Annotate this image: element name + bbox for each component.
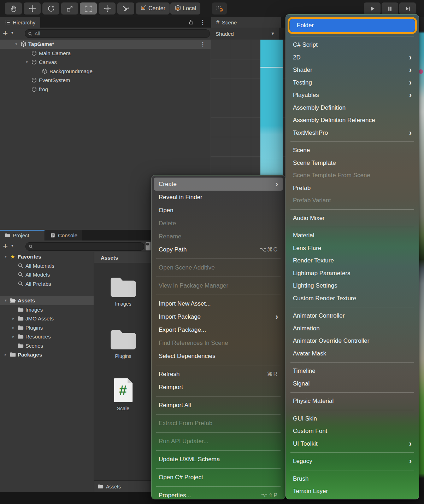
move-tool-button[interactable]: [24, 2, 41, 15]
menu-item-material[interactable]: Material: [286, 230, 419, 242]
tree-item-images[interactable]: Images: [0, 305, 94, 314]
menu-item-render-texture[interactable]: Render Texture: [286, 255, 419, 267]
menu-item-custom-font[interactable]: Custom Font: [286, 425, 419, 438]
tab-hierarchy[interactable]: Hierarchy: [0, 17, 40, 28]
tree-item-all-prefabs[interactable]: All Prefabs: [0, 279, 94, 289]
menu-item-testing[interactable]: Testing›: [286, 76, 419, 89]
menu-item-properties[interactable]: Properties...⌥⇧P: [152, 489, 285, 502]
menu-item-lightmap-parameters[interactable]: Lightmap Parameters: [286, 267, 419, 280]
tree-item-all-materials[interactable]: All Materials: [0, 261, 94, 271]
rect-tool-button[interactable]: [80, 2, 97, 15]
transform-tool-button[interactable]: [99, 2, 116, 15]
menu-item-import-new-asset[interactable]: Import New Asset...: [152, 297, 285, 310]
menu-item-avatar-mask[interactable]: Avatar Mask: [286, 347, 419, 360]
menu-item-animator-controller[interactable]: Animator Controller: [286, 310, 419, 323]
project-search-input[interactable]: [35, 243, 141, 250]
menu-item-copy-path[interactable]: Copy Path⌥⌘C: [152, 243, 285, 256]
menu-item-create[interactable]: Create›: [154, 178, 283, 191]
menu-item-select-dependencies[interactable]: Select Dependencies: [152, 349, 285, 363]
hierarchy-more-options-button[interactable]: ⋮: [200, 19, 206, 26]
project-add-caret-icon[interactable]: ▾: [11, 243, 13, 248]
menu-item-prefab[interactable]: Prefab: [286, 182, 419, 195]
menu-item-textmeshpro[interactable]: TextMeshPro›: [286, 127, 419, 139]
item-more-options-button[interactable]: ⋮: [200, 41, 211, 47]
hierarchy-add-caret-icon[interactable]: ▾: [11, 30, 13, 35]
menu-item-reimport[interactable]: Reimport: [152, 381, 285, 394]
project-add-button[interactable]: +: [3, 241, 8, 251]
menu-item-animation[interactable]: Animation: [286, 322, 419, 335]
menu-item-assembly-definition-reference[interactable]: Assembly Definition Reference: [286, 114, 419, 127]
menu-item-ui-toolkit[interactable]: UI Toolkit›: [286, 438, 419, 450]
pivot-center-button[interactable]: Center: [136, 2, 170, 15]
menu-item-playables[interactable]: Playables›: [286, 89, 419, 102]
menu-item-c-script[interactable]: C# Script: [286, 39, 419, 52]
menu-item-scene-template[interactable]: Scene Template: [286, 157, 419, 169]
tree-item-tapgame[interactable]: ▾TapGame*⋮: [0, 40, 211, 49]
tree-item-main-camera[interactable]: Main Camera: [0, 49, 211, 58]
hand-tool-button[interactable]: [5, 2, 22, 15]
menu-item-export-package[interactable]: Export Package...: [152, 323, 285, 336]
tree-item-all-models[interactable]: All Models: [0, 270, 94, 279]
chevron-right-icon[interactable]: ▸: [10, 334, 17, 339]
menu-item-gui-skin[interactable]: GUI Skin: [286, 412, 419, 425]
chevron-right-icon[interactable]: ▸: [10, 316, 17, 321]
custom-tools-button[interactable]: [117, 2, 134, 15]
menu-item-signal[interactable]: Signal: [286, 377, 419, 390]
chevron-down-icon[interactable]: ▾: [13, 42, 20, 46]
tree-item-packages[interactable]: ▸Packages: [0, 350, 94, 359]
menu-item-physic-material[interactable]: Physic Material: [286, 395, 419, 408]
tree-item-canvas[interactable]: ▾Canvas: [0, 58, 211, 67]
tab-project[interactable]: Project: [0, 230, 45, 241]
chevron-right-icon[interactable]: ▸: [2, 352, 9, 357]
asset-plugins[interactable]: Plugins: [97, 325, 150, 377]
tree-item-eventsystem[interactable]: EventSystem: [0, 76, 211, 85]
menu-item-lens-flare[interactable]: Lens Flare: [286, 242, 419, 255]
chevron-down-icon[interactable]: ▾: [2, 254, 9, 259]
menu-item-scene[interactable]: Scene: [286, 144, 419, 157]
hierarchy-search-input[interactable]: [34, 30, 207, 37]
chevron-right-icon[interactable]: ▸: [10, 325, 17, 330]
chevron-down-icon[interactable]: ▾: [23, 60, 30, 64]
menu-item-timeline[interactable]: Timeline: [286, 365, 419, 378]
play-button[interactable]: [364, 2, 381, 15]
tree-item-frog[interactable]: frog: [0, 85, 211, 94]
step-button[interactable]: [399, 2, 416, 15]
scale-tool-button[interactable]: [61, 2, 78, 15]
project-search[interactable]: [25, 242, 144, 251]
menu-item-audio-mixer[interactable]: Audio Mixer: [286, 212, 419, 225]
menu-item-open[interactable]: Open: [152, 204, 285, 217]
menu-item-shader[interactable]: Shader›: [286, 64, 419, 77]
menu-item-2d[interactable]: 2D›: [286, 51, 419, 64]
asset-scale[interactable]: #Scale: [97, 377, 150, 430]
menu-item-reveal-in-finder[interactable]: Reveal in Finder: [152, 191, 285, 204]
menu-item-folder[interactable]: Folder: [290, 19, 415, 32]
tab-scene[interactable]: # Scene: [211, 17, 281, 28]
tree-item-jmo-assets[interactable]: ▸JMO Assets: [0, 314, 94, 323]
menu-item-animator-override-controller[interactable]: Animator Override Controller: [286, 335, 419, 348]
tree-item-backgroundimage[interactable]: BackgroundImage: [0, 67, 211, 76]
pause-button[interactable]: [382, 2, 398, 15]
tree-item-scenes[interactable]: Scenes: [0, 341, 94, 351]
pivot-local-button[interactable]: Local: [170, 2, 200, 15]
menu-item-assembly-definition[interactable]: Assembly Definition: [286, 102, 419, 114]
menu-item-terrain-layer[interactable]: Terrain Layer: [286, 485, 419, 498]
asset-images[interactable]: Images: [97, 273, 150, 325]
menu-item-brush[interactable]: Brush: [286, 473, 419, 485]
hidden-assets-toggle-icon[interactable]: [146, 242, 151, 250]
menu-item-lighting-settings[interactable]: Lighting Settings: [286, 280, 419, 292]
tree-item-assets[interactable]: ▾Assets: [0, 296, 94, 305]
menu-item-custom-render-texture[interactable]: Custom Render Texture: [286, 292, 419, 305]
menu-item-legacy[interactable]: Legacy›: [286, 455, 419, 468]
menu-item-refresh[interactable]: Refresh⌘R: [152, 367, 285, 381]
rotate-tool-button[interactable]: [42, 2, 59, 15]
shading-mode-dropdown[interactable]: Shaded ▼: [211, 28, 279, 40]
grid-snap-toggle[interactable]: [212, 2, 227, 15]
tree-item-resources[interactable]: ▸Resources: [0, 332, 94, 341]
chevron-down-icon[interactable]: ▾: [2, 298, 9, 303]
hierarchy-search[interactable]: [25, 29, 210, 38]
tree-item-favorites[interactable]: ▾★Favorites: [0, 252, 94, 261]
menu-item-import-package[interactable]: Import Package›: [152, 310, 285, 323]
tab-console[interactable]: Console: [45, 230, 82, 241]
hierarchy-add-button[interactable]: +: [3, 28, 8, 38]
menu-item-reimport-all[interactable]: Reimport All: [152, 399, 285, 412]
